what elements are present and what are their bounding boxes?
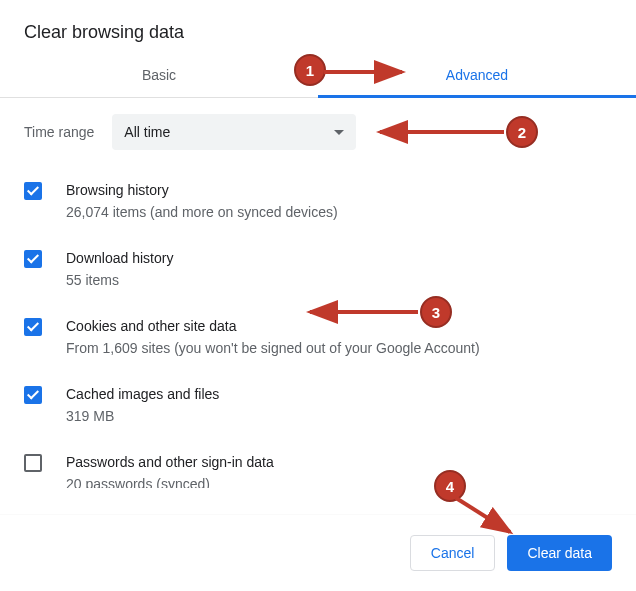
item-title: Cached images and files xyxy=(66,384,219,404)
svg-line-3 xyxy=(456,498,510,532)
time-range-row: Time range All time xyxy=(24,114,628,150)
item-cached: Cached images and files 319 MB xyxy=(24,376,628,444)
options-scroll-area[interactable]: Time range All time Browsing history 26,… xyxy=(0,98,636,488)
item-subtitle: 26,074 items (and more on synced devices… xyxy=(66,202,338,222)
item-subtitle: 319 MB xyxy=(66,406,219,426)
annotation-arrow-3 xyxy=(302,304,424,324)
chevron-down-icon xyxy=(334,130,344,135)
item-title: Browsing history xyxy=(66,180,338,200)
time-range-select[interactable]: All time xyxy=(112,114,356,150)
item-subtitle: From 1,609 sites (you won't be signed ou… xyxy=(66,338,480,358)
item-title: Download history xyxy=(66,248,173,268)
annotation-arrow-1 xyxy=(324,64,414,84)
checkbox-browsing-history[interactable] xyxy=(24,182,42,200)
dialog-footer: Cancel Clear data xyxy=(0,514,636,591)
item-passwords: Passwords and other sign-in data 20 pass… xyxy=(24,444,628,488)
checkbox-cached[interactable] xyxy=(24,386,42,404)
dialog-title: Clear browsing data xyxy=(0,0,636,53)
checkbox-download-history[interactable] xyxy=(24,250,42,268)
checkbox-cookies[interactable] xyxy=(24,318,42,336)
time-range-label: Time range xyxy=(24,124,94,140)
time-range-value: All time xyxy=(124,124,170,140)
clear-browsing-data-dialog: Clear browsing data Basic Advanced Time … xyxy=(0,0,636,591)
tab-basic[interactable]: Basic xyxy=(0,53,318,97)
tabs: Basic Advanced xyxy=(0,53,636,98)
annotation-arrow-2 xyxy=(372,124,512,144)
item-title: Passwords and other sign-in data xyxy=(66,452,274,472)
item-subtitle: 20 passwords (synced) xyxy=(66,474,274,488)
checkbox-passwords[interactable] xyxy=(24,454,42,472)
annotation-arrow-4 xyxy=(452,494,532,544)
item-download-history: Download history 55 items xyxy=(24,240,628,308)
item-subtitle: 55 items xyxy=(66,270,173,290)
item-browsing-history: Browsing history 26,074 items (and more … xyxy=(24,172,628,240)
